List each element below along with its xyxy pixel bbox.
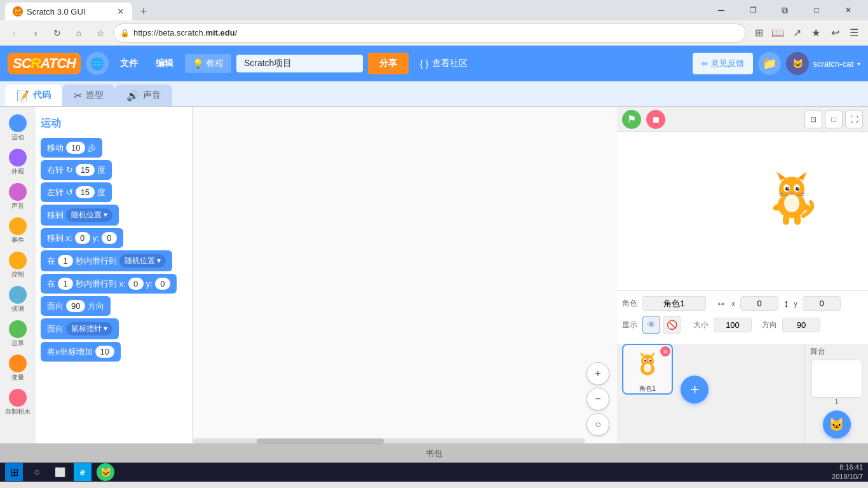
block-point-mouse-dropdown[interactable]: 鼠标指针 ▾ [66, 322, 112, 336]
project-name-input[interactable] [236, 55, 363, 72]
tab-close-button[interactable]: ✕ [117, 6, 125, 17]
block-goto-x-value[interactable]: 0 [75, 232, 90, 244]
file-menu[interactable]: 文件 [114, 53, 144, 74]
home-button[interactable]: ⌂ [70, 24, 88, 42]
direction-input[interactable] [782, 318, 820, 332]
stage-thumbnail[interactable] [811, 360, 862, 398]
block-point-dir-value[interactable]: 90 [66, 300, 85, 312]
block-move-shape[interactable]: 移动 10 步 [41, 138, 102, 158]
block-goto-xy-shape[interactable]: 移到 x: 0 y: 0 [41, 228, 123, 248]
task-view-button[interactable]: ⬜ [51, 463, 69, 481]
block-turn-right-shape[interactable]: 右转 ↻ 15 度 [41, 160, 112, 180]
block-move-value[interactable]: 10 [66, 142, 85, 154]
address-bar[interactable]: 🔒 https://beta.scratch.mit.edu/ [113, 24, 746, 43]
backpack-bar[interactable]: 书包 [0, 444, 868, 463]
block-glide-xy-secs[interactable]: 1 [58, 278, 73, 290]
stage-view-small-button[interactable]: ⊡ [804, 111, 822, 128]
block-change-x-value[interactable]: 10 [95, 346, 114, 358]
search-button[interactable]: ○ [28, 463, 46, 481]
close-button[interactable]: ✕ [834, 0, 863, 20]
active-tab[interactable]: 🐱 Scratch 3.0 GUI ✕ [5, 3, 132, 20]
undo-button[interactable]: ↩ [826, 24, 844, 42]
block-turn-left-value[interactable]: 15 [76, 186, 95, 198]
block-glide-to-secs[interactable]: 1 [58, 255, 73, 267]
tab-sound[interactable]: 🔊 声音 [115, 85, 172, 106]
show-button[interactable]: 👁 [642, 316, 660, 334]
block-point-mouse-shape[interactable]: 面向 鼠标指针 ▾ [41, 318, 119, 339]
block-glide-x-value[interactable]: 0 [128, 278, 144, 290]
x-input[interactable] [740, 296, 778, 311]
green-flag-button[interactable]: ⚑ [622, 110, 641, 129]
zoom-in-button[interactable]: + [587, 362, 609, 385]
block-turn-right-value[interactable]: 15 [76, 164, 95, 176]
stage-view-normal-button[interactable]: □ [825, 111, 843, 128]
category-sound[interactable]: 声音 [1, 180, 34, 212]
category-events[interactable]: 事件 [1, 215, 34, 247]
script-area[interactable]: + − ○ [193, 107, 617, 444]
share-page-button[interactable]: ↗ [788, 24, 806, 42]
new-tab-button[interactable]: + [135, 3, 153, 20]
folder-button[interactable]: 📁 [758, 52, 781, 75]
add-sprite-button[interactable]: + [681, 376, 709, 403]
hub-button[interactable]: ★ [807, 24, 825, 42]
stop-button[interactable]: ⏹ [646, 110, 665, 129]
block-change-x-shape[interactable]: 将x坐标增加 10 [41, 342, 121, 362]
category-operators[interactable]: 运算 [1, 318, 34, 349]
refresh-button[interactable]: ↻ [48, 24, 66, 42]
block-glide-xy-shape[interactable]: 在 1 秒内滑行到 x: 0 y: 0 [41, 274, 177, 294]
view-community-button[interactable]: { } 查看社区 [414, 53, 474, 74]
block-goto-shape[interactable]: 移到 随机位置 ▾ [41, 205, 119, 226]
read-mode-button[interactable]: 📖 [769, 24, 787, 42]
block-glide-xy[interactable]: 在 1 秒内滑行到 x: 0 y: 0 [41, 274, 187, 294]
scrollbar-thumb[interactable] [257, 438, 384, 444]
share-button[interactable]: 分享 [368, 53, 409, 74]
menu-button[interactable]: ☰ [845, 24, 863, 42]
favorites-button[interactable]: ☆ [92, 24, 109, 42]
block-goto-xy[interactable]: 移到 x: 0 y: 0 [41, 228, 187, 248]
snap-button[interactable]: ⧉ [770, 0, 799, 20]
collections-button[interactable]: ⊞ [750, 24, 768, 42]
size-input[interactable] [714, 318, 752, 332]
scratch-logo[interactable]: SCRATCH [8, 53, 81, 74]
language-button[interactable]: 🌐 [86, 52, 109, 75]
block-glide-y-value[interactable]: 0 [155, 278, 170, 290]
forward-button[interactable]: › [27, 24, 44, 42]
zoom-reset-button[interactable]: ○ [587, 413, 609, 436]
y-input[interactable] [803, 296, 841, 311]
restore-button[interactable]: ❐ [738, 0, 768, 20]
hide-button[interactable]: 🚫 [663, 316, 681, 334]
stage-fullscreen-button[interactable]: ⛶ [845, 111, 863, 128]
category-myblocks[interactable]: 自制积木 [1, 386, 34, 418]
block-move[interactable]: 移动 10 步 [41, 138, 187, 158]
block-point-dir-shape[interactable]: 面向 90 方向 [41, 296, 111, 316]
tab-costume[interactable]: ✂ 造型 [62, 85, 115, 106]
category-variables[interactable]: 变量 [1, 352, 34, 384]
block-glide-to-shape[interactable]: 在 1 秒内滑行到 随机位置 ▾ [41, 250, 172, 271]
maximize-button[interactable]: □ [802, 0, 831, 20]
sprite-name-input[interactable] [642, 296, 706, 311]
start-button[interactable]: ⊞ [5, 463, 23, 481]
zoom-out-button[interactable]: − [587, 388, 609, 410]
block-glide-to[interactable]: 在 1 秒内滑行到 随机位置 ▾ [41, 250, 187, 271]
horizontal-scrollbar[interactable] [193, 438, 585, 444]
block-turn-right[interactable]: 右转 ↻ 15 度 [41, 160, 187, 180]
minimize-button[interactable]: ─ [707, 0, 736, 20]
block-point-dir[interactable]: 面向 90 方向 [41, 296, 187, 316]
block-point-mouse[interactable]: 面向 鼠标指针 ▾ [41, 318, 187, 339]
block-glide-to-dropdown[interactable]: 随机位置 ▾ [119, 254, 166, 268]
sprite-item-cat[interactable]: ✕ [622, 344, 673, 395]
user-menu[interactable]: 🐱 scratch-cat ▾ [786, 52, 860, 75]
block-goto[interactable]: 移到 随机位置 ▾ [41, 205, 187, 226]
block-goto-y-value[interactable]: 0 [102, 232, 117, 244]
category-control[interactable]: 控制 [1, 249, 34, 281]
back-button[interactable]: ‹ [5, 24, 23, 42]
category-motion[interactable]: 运动 [1, 112, 34, 144]
tutorials-button[interactable]: 💡 教程 [185, 54, 231, 73]
scratch-taskbar-icon[interactable]: 🐱 [97, 463, 114, 481]
block-goto-dropdown[interactable]: 随机位置 ▾ [66, 208, 112, 222]
add-backdrop-button[interactable]: 🐱 [823, 410, 851, 438]
tab-code[interactable]: 📝 代码 [5, 85, 62, 106]
feedback-button[interactable]: ✏ 意见反馈 [693, 53, 753, 74]
sprite-delete-button[interactable]: ✕ [660, 346, 670, 356]
block-change-x[interactable]: 将x坐标增加 10 [41, 342, 187, 362]
